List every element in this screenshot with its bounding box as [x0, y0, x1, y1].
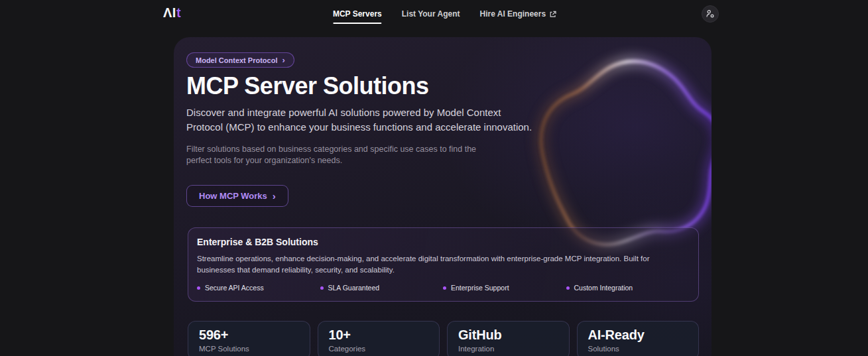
- badge-label: Model Context Protocol: [196, 56, 277, 64]
- bullet-dot-icon: [320, 286, 324, 290]
- enterprise-solutions-card: Enterprise & B2B Solutions Streamline op…: [188, 227, 699, 302]
- stat-value: AI-Ready: [588, 327, 688, 343]
- feature-label: Enterprise Support: [451, 284, 509, 292]
- feature-sla-guaranteed: SLA Guaranteed: [320, 284, 444, 292]
- nav-item-mcp-servers[interactable]: MCP Servers: [333, 0, 382, 28]
- logo-text-accent: t: [176, 5, 181, 20]
- nav-item-hire-ai-engineers[interactable]: Hire AI Engineers: [480, 0, 557, 28]
- hero-content: Model Context Protocol › MCP Server Solu…: [174, 37, 712, 207]
- cta-label: How MCP Works: [199, 191, 267, 201]
- chevron-right-icon: ›: [282, 56, 284, 64]
- bullet-dot-icon: [566, 286, 570, 290]
- bullet-dot-icon: [197, 286, 200, 290]
- stats-row: 596+ MCP Solutions 10+ Categories GitHub…: [188, 321, 699, 356]
- stat-label: MCP Solutions: [199, 345, 299, 353]
- account-button[interactable]: [702, 5, 719, 23]
- feature-secure-api-access: Secure API Access: [197, 284, 320, 292]
- feature-label: SLA Guaranteed: [328, 284, 380, 292]
- feature-label: Secure API Access: [205, 284, 264, 292]
- top-navigation-bar: ΛIt MCP Servers List Your Agent Hire AI …: [0, 0, 868, 28]
- nav-item-list-your-agent[interactable]: List Your Agent: [402, 0, 460, 28]
- stat-card-ai-ready: AI-Ready Solutions: [577, 321, 700, 356]
- stat-label: Solutions: [588, 345, 688, 353]
- hero-subtitle: Discover and integrate powerful AI solut…: [186, 105, 534, 134]
- stat-card-mcp-solutions: 596+ MCP Solutions: [188, 321, 310, 356]
- nav-item-label: Hire AI Engineers: [480, 9, 546, 19]
- user-key-icon: [706, 9, 715, 19]
- feature-label: Custom Integration: [574, 284, 633, 292]
- bullet-dot-icon: [443, 286, 446, 290]
- brand-logo[interactable]: ΛIt: [163, 5, 181, 21]
- how-mcp-works-button[interactable]: How MCP Works ›: [186, 185, 288, 207]
- logo-text-main: ΛI: [163, 5, 176, 20]
- enterprise-card-description: Streamline operations, enhance decision-…: [197, 253, 681, 275]
- stat-label: Integration: [458, 345, 558, 353]
- main-nav: MCP Servers List Your Agent Hire AI Engi…: [333, 0, 556, 28]
- nav-item-label: MCP Servers: [333, 9, 382, 19]
- stat-card-github-integration: GitHub Integration: [447, 321, 570, 356]
- stat-label: Categories: [329, 345, 429, 353]
- feature-custom-integration: Custom Integration: [566, 284, 690, 292]
- page-title: MCP Server Solutions: [186, 72, 698, 100]
- feature-enterprise-support: Enterprise Support: [443, 284, 566, 292]
- mcp-badge[interactable]: Model Context Protocol ›: [186, 52, 294, 68]
- external-link-icon: [549, 11, 556, 18]
- stat-value: 596+: [199, 327, 299, 343]
- nav-item-label: List Your Agent: [402, 9, 460, 19]
- hero-panel: Model Context Protocol › MCP Server Solu…: [174, 37, 712, 356]
- hero-description: Filter solutions based on business categ…: [186, 144, 488, 166]
- chevron-right-icon: ›: [273, 191, 276, 201]
- enterprise-feature-list: Secure API Access SLA Guaranteed Enterpr…: [197, 284, 689, 292]
- enterprise-card-title: Enterprise & B2B Solutions: [197, 237, 689, 247]
- stat-card-categories: 10+ Categories: [318, 321, 440, 356]
- stat-value: GitHub: [458, 327, 558, 343]
- stat-value: 10+: [329, 327, 429, 343]
